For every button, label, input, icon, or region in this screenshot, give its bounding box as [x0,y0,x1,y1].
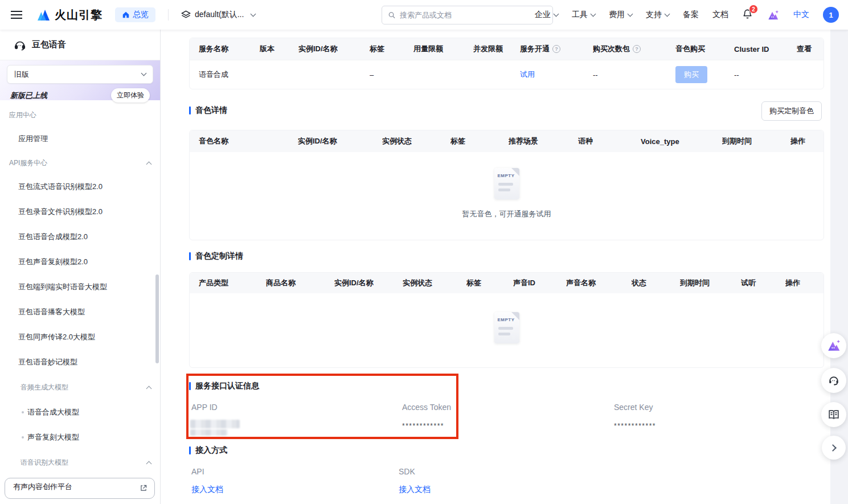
ai-assistant-icon[interactable] [767,9,780,22]
voice-custom-title: 音色定制详情 [189,251,243,261]
access-token-value: ************ [402,422,444,430]
external-link-icon [140,484,148,492]
buy-button[interactable]: 购买 [675,66,707,83]
project-name: default(默认... [195,10,244,20]
header-cell: 操作 [785,278,824,288]
access-token-label: Access Token [402,403,451,412]
sidebar-scrollbar[interactable] [155,274,159,363]
header-cell: 到期时间 [722,136,790,146]
sidebar-item-miaoji[interactable]: 豆包语音妙记模型 [0,350,160,375]
sidebar-item-e2e-realtime[interactable]: 豆包端到端实时语音大模型 [0,274,160,300]
sidebar-item-app-manage[interactable]: 应用管理 [0,126,160,151]
cluster-id-cell: -- [734,71,797,79]
header-cell: 并发限额 [473,44,520,54]
doubao-voice-headset-icon [14,39,26,51]
access-section-title: 接入方式 [189,445,227,456]
auth-section-title: 服务接口认证信息 [189,381,259,391]
project-selector[interactable]: default(默认... [181,10,255,20]
language-switcher[interactable]: 中文 [793,10,809,20]
nav-menu-support[interactable]: 支持 [646,10,669,20]
footer-link-label: 有声内容创作平台 [13,482,72,491]
nav-menu-docs[interactable]: 文档 [712,10,728,20]
trial-link[interactable]: 试用 [520,69,535,80]
sidebar-group-audio-gen[interactable]: 音频生成大模型 [0,375,160,400]
sidebar-section-api-center[interactable]: API服务中心 [0,151,160,174]
help-icon[interactable]: ? [552,45,560,53]
nav-menu-tools[interactable]: 工具 [572,10,595,20]
sidebar-item-clone-large[interactable]: 声音复刻大模型 [0,425,160,450]
voice-custom-empty-state: EMPTY [190,293,824,367]
header-cell: 实例状态 [382,136,450,146]
top-navbar: 火山引擎 总览 default(默认... 企业 工具 费用 支持 备案 文档 … [0,0,848,30]
hamburger-menu-icon[interactable] [11,11,22,19]
version-select[interactable]: 旧版 [7,65,153,84]
header-cell: 标签 [466,278,513,288]
avatar[interactable]: 1 [823,7,839,23]
sidebar-item-tts-2[interactable]: 豆包语音合成模型2.0 [0,224,160,249]
header-cell: 产品类型 [199,278,266,288]
overview-label: 总览 [133,10,149,20]
empty-icon-label: EMPTY [498,317,515,322]
service-name-cell: 语音合成 [199,69,260,80]
bullet-icon [22,436,24,439]
nav-menu-billing[interactable]: 费用 [609,10,632,20]
version-select-value: 旧版 [14,69,29,80]
header-cell: 声音名称 [566,278,632,288]
sidebar-item-file-asr-2[interactable]: 豆包录音文件识别模型2.0 [0,199,160,224]
header-cell: 实例ID/名称 [298,136,382,146]
overview-button[interactable]: 总览 [115,7,155,22]
header-cell: Cluster ID [734,45,797,54]
header-cell: 状态 [632,278,680,288]
doc-line [498,183,513,186]
chevron-up-icon [146,386,152,391]
voice-buy-cell: 购买 [675,66,734,83]
header-cell: 试听 [741,278,785,288]
header-cell: 标签 [450,136,509,146]
sidebar-item-tts-large[interactable]: 语音合成大模型 [0,400,160,425]
api-doc-link[interactable]: 接入文档 [191,485,223,495]
help-icon[interactable]: ? [633,45,641,53]
header-cell: 服务名称 [199,44,260,54]
layers-icon [181,10,191,20]
header-cell: 实例状态 [403,278,466,288]
chevron-down-icon [628,11,633,17]
secret-key-label: Secret Key [614,403,653,412]
nav-menu-enterprise[interactable]: 企业 [535,10,558,20]
buy-custom-voice-button[interactable]: 购买定制音色 [761,101,822,121]
sidebar-item-stream-asr-2[interactable]: 豆包流式语音识别模型2.0 [0,174,160,199]
app-id-masked-value [190,429,228,436]
chevron-up-icon [146,161,152,167]
secret-key-value: ************ [614,422,656,430]
right-gutter [830,30,848,504]
sidebar-header: 豆包语音 [0,30,160,60]
header-cell: 操作 [790,136,824,146]
version-banner: 旧版 新版已上线 立即体验 [0,60,160,100]
collapse-panel-button[interactable] [822,436,846,460]
sidebar-item-voice-clone-2[interactable]: 豆包声音复刻模型2.0 [0,249,160,274]
header-cell-package: 购买次数包? [593,44,675,54]
voice-detail-table: 音色名称 实例ID/名称 实例状态 标签 推荐场景 语种 Voice_type … [189,130,824,240]
ai-assistant-float-button[interactable] [821,333,846,358]
nav-menu-icp[interactable]: 备案 [683,10,699,20]
docs-float-button[interactable] [821,402,846,427]
brand-logo[interactable]: 火山引擎 [36,7,103,23]
empty-document-icon: EMPTY [494,168,519,199]
empty-icon-label: EMPTY [498,173,515,178]
empty-state-text: 暂无音色，可开通服务试用 [462,209,551,219]
sidebar-item-podcast[interactable]: 豆包语音播客大模型 [0,300,160,325]
service-table-row: 语音合成 – 试用 -- 购买 -- [190,60,824,89]
package-cell: -- [593,71,675,79]
notification-bell-button[interactable]: 2 [742,9,753,21]
header-cell: 商品名称 [266,278,334,288]
audio-creation-platform-link[interactable]: 有声内容创作平台 [5,478,155,499]
support-float-button[interactable] [821,368,846,393]
sidebar-item-simul-interp[interactable]: 豆包同声传译2.0大模型 [0,325,160,350]
global-search[interactable] [382,6,553,24]
api-label: API [191,467,204,476]
chevron-down-icon [554,11,559,17]
try-now-button[interactable]: 立即体验 [111,88,150,103]
chevron-right-icon [829,444,837,452]
sdk-doc-link[interactable]: 接入文档 [399,485,431,495]
search-input[interactable] [400,11,547,19]
sidebar-group-asr-large[interactable]: 语音识别大模型 [0,450,160,475]
